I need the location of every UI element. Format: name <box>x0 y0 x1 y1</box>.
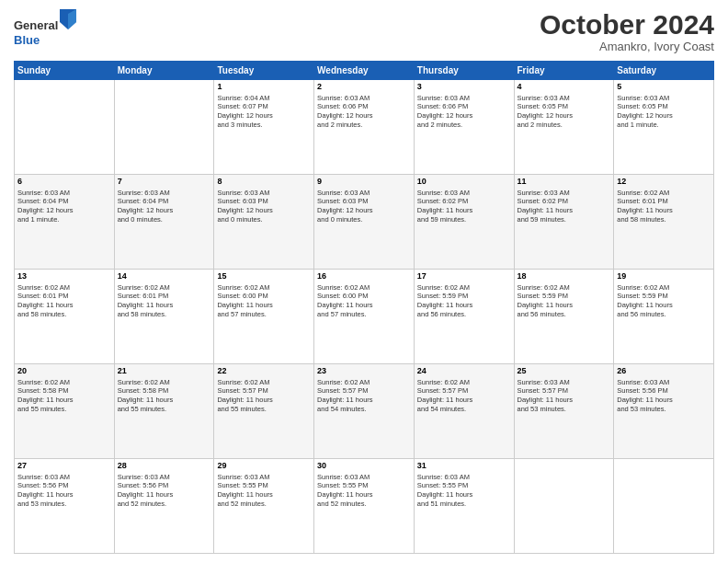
calendar-cell: 7Sunrise: 6:03 AM Sunset: 6:04 PM Daylig… <box>114 175 214 270</box>
calendar-cell: 30Sunrise: 6:03 AM Sunset: 5:55 PM Dayli… <box>314 459 415 554</box>
calendar-cell: 5Sunrise: 6:03 AM Sunset: 6:05 PM Daylig… <box>614 80 714 175</box>
calendar-cell: 26Sunrise: 6:03 AM Sunset: 5:56 PM Dayli… <box>614 364 714 459</box>
calendar-cell: 21Sunrise: 6:02 AM Sunset: 5:58 PM Dayli… <box>114 364 214 459</box>
calendar-cell: 3Sunrise: 6:03 AM Sunset: 6:06 PM Daylig… <box>414 80 514 175</box>
day-info: Sunrise: 6:02 AM Sunset: 5:59 PM Dayligh… <box>417 283 511 319</box>
calendar-cell: 25Sunrise: 6:03 AM Sunset: 5:57 PM Dayli… <box>514 364 614 459</box>
calendar-cell: 28Sunrise: 6:03 AM Sunset: 5:56 PM Dayli… <box>114 459 214 554</box>
day-info: Sunrise: 6:04 AM Sunset: 6:07 PM Dayligh… <box>217 94 311 130</box>
day-number: 14 <box>118 271 211 282</box>
day-number: 23 <box>317 366 411 377</box>
day-info: Sunrise: 6:02 AM Sunset: 5:59 PM Dayligh… <box>617 283 711 319</box>
day-number: 15 <box>217 271 311 282</box>
day-info: Sunrise: 6:03 AM Sunset: 6:06 PM Dayligh… <box>417 94 511 130</box>
day-info: Sunrise: 6:03 AM Sunset: 6:03 PM Dayligh… <box>217 189 311 224</box>
day-number: 24 <box>417 366 511 377</box>
calendar-week-row: 27Sunrise: 6:03 AM Sunset: 5:56 PM Dayli… <box>15 459 714 554</box>
day-info: Sunrise: 6:03 AM Sunset: 6:05 PM Dayligh… <box>617 94 711 130</box>
day-number: 25 <box>518 366 611 377</box>
day-number: 6 <box>17 177 111 188</box>
day-number: 19 <box>617 271 711 282</box>
day-info: Sunrise: 6:03 AM Sunset: 6:06 PM Dayligh… <box>317 94 411 130</box>
day-number: 26 <box>617 366 711 377</box>
day-number: 29 <box>217 461 311 472</box>
day-number: 16 <box>317 271 411 282</box>
day-info: Sunrise: 6:02 AM Sunset: 5:58 PM Dayligh… <box>17 378 111 414</box>
day-number: 11 <box>518 177 611 188</box>
day-info: Sunrise: 6:03 AM Sunset: 6:04 PM Dayligh… <box>17 189 111 224</box>
day-number: 20 <box>17 366 111 377</box>
logo-icon <box>60 9 76 29</box>
calendar-cell: 22Sunrise: 6:02 AM Sunset: 5:57 PM Dayli… <box>214 364 314 459</box>
logo-blue: Blue <box>14 33 40 47</box>
day-number: 10 <box>417 177 511 188</box>
calendar-cell: 1Sunrise: 6:04 AM Sunset: 6:07 PM Daylig… <box>214 80 314 175</box>
calendar-cell <box>514 459 614 554</box>
weekday-header-friday: Friday <box>514 62 614 80</box>
day-info: Sunrise: 6:03 AM Sunset: 5:55 PM Dayligh… <box>417 473 511 509</box>
weekday-header-monday: Monday <box>114 62 214 80</box>
calendar-cell: 13Sunrise: 6:02 AM Sunset: 6:01 PM Dayli… <box>15 270 115 364</box>
day-number: 8 <box>217 177 311 188</box>
day-info: Sunrise: 6:02 AM Sunset: 6:01 PM Dayligh… <box>17 283 111 319</box>
day-number: 12 <box>617 177 711 188</box>
calendar-cell: 24Sunrise: 6:02 AM Sunset: 5:57 PM Dayli… <box>414 364 514 459</box>
day-number: 28 <box>118 461 211 472</box>
weekday-header-thursday: Thursday <box>414 62 514 80</box>
day-info: Sunrise: 6:03 AM Sunset: 6:02 PM Dayligh… <box>518 189 611 224</box>
logo-text: General Blue <box>14 9 76 47</box>
calendar-cell: 17Sunrise: 6:02 AM Sunset: 5:59 PM Dayli… <box>414 270 514 364</box>
calendar-cell: 16Sunrise: 6:02 AM Sunset: 6:00 PM Dayli… <box>314 270 415 364</box>
calendar-week-row: 6Sunrise: 6:03 AM Sunset: 6:04 PM Daylig… <box>15 175 714 270</box>
calendar-cell: 9Sunrise: 6:03 AM Sunset: 6:03 PM Daylig… <box>314 175 415 270</box>
calendar-week-row: 1Sunrise: 6:04 AM Sunset: 6:07 PM Daylig… <box>15 80 714 175</box>
day-info: Sunrise: 6:03 AM Sunset: 5:55 PM Dayligh… <box>317 473 411 509</box>
weekday-header-tuesday: Tuesday <box>214 62 314 80</box>
logo: General Blue <box>14 9 76 47</box>
day-number: 2 <box>317 82 411 93</box>
day-info: Sunrise: 6:02 AM Sunset: 5:58 PM Dayligh… <box>118 378 211 414</box>
month-title: October 2024 <box>540 9 714 40</box>
calendar-cell <box>114 80 214 175</box>
calendar-cell: 2Sunrise: 6:03 AM Sunset: 6:06 PM Daylig… <box>314 80 415 175</box>
day-info: Sunrise: 6:02 AM Sunset: 5:59 PM Dayligh… <box>518 283 611 319</box>
day-number: 22 <box>217 366 311 377</box>
calendar-cell: 23Sunrise: 6:02 AM Sunset: 5:57 PM Dayli… <box>314 364 415 459</box>
day-info: Sunrise: 6:03 AM Sunset: 5:57 PM Dayligh… <box>518 378 611 414</box>
calendar-cell: 12Sunrise: 6:02 AM Sunset: 6:01 PM Dayli… <box>614 175 714 270</box>
weekday-header-saturday: Saturday <box>614 62 714 80</box>
calendar-cell <box>15 80 115 175</box>
calendar-table: SundayMondayTuesdayWednesdayThursdayFrid… <box>14 61 714 554</box>
day-number: 27 <box>17 461 111 472</box>
day-info: Sunrise: 6:02 AM Sunset: 6:01 PM Dayligh… <box>617 189 711 224</box>
day-number: 4 <box>518 82 611 93</box>
calendar-cell: 18Sunrise: 6:02 AM Sunset: 5:59 PM Dayli… <box>514 270 614 364</box>
page: General Blue October 2024 Amankro, Ivory… <box>0 0 728 563</box>
day-number: 17 <box>417 271 511 282</box>
calendar-week-row: 20Sunrise: 6:02 AM Sunset: 5:58 PM Dayli… <box>15 364 714 459</box>
day-number: 5 <box>617 82 711 93</box>
calendar-cell: 6Sunrise: 6:03 AM Sunset: 6:04 PM Daylig… <box>15 175 115 270</box>
day-info: Sunrise: 6:02 AM Sunset: 5:57 PM Dayligh… <box>317 378 411 414</box>
day-number: 9 <box>317 177 411 188</box>
day-info: Sunrise: 6:02 AM Sunset: 5:57 PM Dayligh… <box>417 378 511 414</box>
day-info: Sunrise: 6:03 AM Sunset: 5:56 PM Dayligh… <box>17 473 111 509</box>
calendar-week-row: 13Sunrise: 6:02 AM Sunset: 6:01 PM Dayli… <box>15 270 714 364</box>
day-info: Sunrise: 6:03 AM Sunset: 5:55 PM Dayligh… <box>217 473 311 509</box>
day-info: Sunrise: 6:02 AM Sunset: 6:00 PM Dayligh… <box>217 283 311 319</box>
day-info: Sunrise: 6:02 AM Sunset: 6:01 PM Dayligh… <box>118 283 211 319</box>
day-info: Sunrise: 6:03 AM Sunset: 5:56 PM Dayligh… <box>118 473 211 509</box>
day-info: Sunrise: 6:03 AM Sunset: 6:03 PM Dayligh… <box>317 189 411 224</box>
calendar-cell: 14Sunrise: 6:02 AM Sunset: 6:01 PM Dayli… <box>114 270 214 364</box>
day-info: Sunrise: 6:03 AM Sunset: 6:05 PM Dayligh… <box>518 94 611 130</box>
calendar-cell: 10Sunrise: 6:03 AM Sunset: 6:02 PM Dayli… <box>414 175 514 270</box>
calendar-cell <box>614 459 714 554</box>
day-info: Sunrise: 6:03 AM Sunset: 5:56 PM Dayligh… <box>617 378 711 414</box>
logo-general: General <box>14 18 58 32</box>
calendar-header-row: SundayMondayTuesdayWednesdayThursdayFrid… <box>15 62 714 80</box>
day-number: 21 <box>118 366 211 377</box>
calendar-cell: 4Sunrise: 6:03 AM Sunset: 6:05 PM Daylig… <box>514 80 614 175</box>
calendar-cell: 19Sunrise: 6:02 AM Sunset: 5:59 PM Dayli… <box>614 270 714 364</box>
day-info: Sunrise: 6:03 AM Sunset: 6:02 PM Dayligh… <box>417 189 511 224</box>
day-number: 3 <box>417 82 511 93</box>
